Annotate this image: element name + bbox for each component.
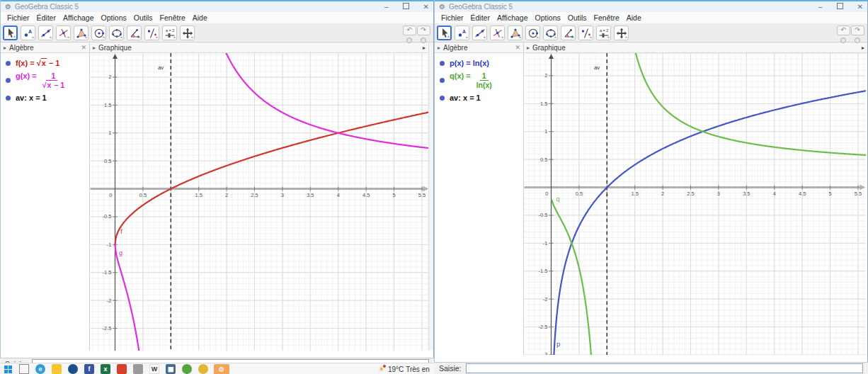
tool-move-graphics-view[interactable] [614, 26, 629, 40]
taskbar-app-excel-icon[interactable]: x [101, 364, 110, 374]
algebra-expression: g(x) = 1√x − 1 [16, 72, 68, 89]
toolbar-extra-icon[interactable] [840, 38, 846, 43]
redo-button[interactable]: ↷ [417, 26, 430, 35]
title-bar: ⚙GeoGebra Classic 5–✕ [435, 0, 867, 12]
toolbar-extra-icon[interactable] [855, 38, 860, 43]
menu-affichage[interactable]: Affichage [493, 13, 532, 22]
curve-label-q[interactable]: q [556, 196, 560, 203]
tool-reflect[interactable] [578, 26, 593, 40]
maximize-button[interactable] [837, 3, 843, 11]
visibility-marble[interactable] [6, 78, 11, 83]
tool-angle[interactable] [127, 26, 142, 40]
panel-collapse-icon[interactable]: ▸ [527, 45, 530, 51]
tool-move[interactable] [437, 26, 452, 40]
tool-slider[interactable]: a = 2 [596, 26, 611, 40]
taskbar-weather[interactable]: ☀ 19°C Très en [378, 363, 430, 374]
menu-options[interactable]: Options [532, 13, 564, 22]
minimize-button[interactable]: – [818, 4, 823, 11]
taskbar-app-app-yellow-icon[interactable] [198, 364, 208, 374]
stylebar-toggle-icon[interactable]: ▸ [862, 45, 864, 51]
visibility-marble[interactable] [440, 78, 445, 83]
y-tick-label: -3 [543, 351, 548, 355]
tool-line[interactable] [38, 26, 53, 40]
taskbar-app-file-explorer-icon[interactable] [52, 364, 62, 374]
taskbar-app-word-icon[interactable]: W [149, 364, 159, 374]
taskbar-app-edge-icon[interactable]: e [35, 364, 45, 374]
tool-point[interactable]: A [21, 26, 35, 40]
tool-perpendicular-line[interactable] [490, 26, 505, 40]
stylebar-toggle-icon[interactable]: ▸ [423, 45, 426, 51]
curve-label-p[interactable]: p [556, 341, 560, 348]
algebra-item-q[interactable]: q(x) = 1ln(x) [435, 69, 523, 91]
tool-angle[interactable] [561, 26, 576, 40]
tool-move-graphics-view[interactable] [180, 26, 195, 40]
taskbar-app-task-view-icon[interactable] [19, 364, 29, 374]
curve-label-f[interactable]: f [120, 228, 122, 235]
algebra-close-icon[interactable]: ✕ [81, 44, 86, 51]
curve-f[interactable] [115, 113, 428, 245]
menu-options[interactable]: Options [98, 13, 130, 22]
tool-reflect[interactable] [144, 26, 159, 40]
close-button[interactable]: ✕ [857, 4, 863, 11]
tool-slider[interactable]: a = 2 [162, 26, 177, 40]
toolbar-extra-icon[interactable] [406, 38, 412, 43]
maximize-button[interactable] [403, 3, 409, 11]
undo-button[interactable]: ↶ [837, 26, 850, 35]
taskbar-app-facebook-icon[interactable]: f [84, 364, 94, 374]
visibility-marble[interactable] [6, 61, 11, 66]
menu-éditer[interactable]: Éditer [467, 13, 493, 22]
tool-circle-center-point[interactable] [525, 26, 540, 40]
redo-button[interactable]: ↷ [851, 26, 864, 35]
start-button-icon[interactable] [4, 365, 13, 374]
visibility-marble[interactable] [440, 61, 445, 66]
close-button[interactable]: ✕ [423, 4, 429, 11]
tool-circle-center-point[interactable] [91, 26, 106, 40]
tool-conic[interactable] [543, 26, 558, 40]
taskbar-app-app-red-icon[interactable] [117, 364, 127, 374]
algebra-item-av[interactable]: av: x = 1 [1, 91, 89, 104]
taskbar-app-printer-icon[interactable] [133, 364, 143, 374]
taskbar-app-app-green-icon[interactable] [182, 364, 192, 374]
algebra-item-g[interactable]: g(x) = 1√x − 1 [1, 69, 89, 91]
algebra-item-av[interactable]: av: x = 1 [435, 91, 523, 104]
y-tick-label: 2 [108, 74, 111, 80]
menu-fichier[interactable]: Fichier [438, 13, 467, 22]
tool-polygon[interactable] [508, 26, 522, 40]
menu-fichier[interactable]: Fichier [4, 13, 33, 22]
menu-aide[interactable]: Aide [189, 13, 211, 22]
algebra-close-icon[interactable]: ✕ [515, 44, 520, 51]
taskbar-app-geogebra-active-icon[interactable]: ⚙ [214, 364, 229, 374]
taskbar-app-app-blue-icon[interactable] [68, 364, 78, 374]
panel-collapse-icon[interactable]: ▸ [438, 45, 440, 51]
tool-point[interactable]: A [455, 26, 469, 40]
tool-perpendicular-line[interactable] [56, 26, 71, 40]
algebra-item-f[interactable]: f(x) = √x − 1 [1, 57, 89, 69]
tool-polygon[interactable] [74, 26, 88, 40]
menu-fenêtre[interactable]: Fenêtre [590, 13, 623, 22]
menu-fenêtre[interactable]: Fenêtre [156, 13, 189, 22]
menu-outils[interactable]: Outils [130, 13, 156, 22]
menu-éditer[interactable]: Éditer [33, 13, 59, 22]
graphics-view[interactable]: 0.511.522.533.544.555.521.510.5-0.5-1-1.… [90, 53, 429, 351]
tool-dropdown-arrow [571, 36, 574, 39]
undo-button[interactable]: ↶ [403, 26, 416, 35]
panel-area: ▸Algèbre✕f(x) = √x − 1g(x) = 1√x − 1av: … [1, 42, 433, 351]
panel-collapse-icon[interactable]: ▸ [4, 45, 6, 51]
minimize-button[interactable]: – [384, 4, 389, 11]
tool-line[interactable] [472, 26, 487, 40]
panel-collapse-icon[interactable]: ▸ [93, 45, 96, 51]
menu-affichage[interactable]: Affichage [59, 13, 98, 22]
toolbar-extra-icon[interactable] [421, 38, 426, 43]
menu-outils[interactable]: Outils [564, 13, 590, 22]
menu-aide[interactable]: Aide [623, 13, 645, 22]
tool-conic[interactable] [109, 26, 124, 40]
curve-p[interactable] [552, 91, 865, 355]
algebra-item-p[interactable]: p(x) = ln(x) [435, 57, 523, 69]
tool-move[interactable] [3, 26, 18, 40]
curve-label-g[interactable]: g [119, 249, 122, 256]
algebra-input-field[interactable] [466, 363, 863, 373]
visibility-marble[interactable] [440, 96, 445, 101]
taskbar-app-calculator-icon[interactable]: ▦ [166, 364, 176, 374]
visibility-marble[interactable] [6, 96, 11, 101]
graphics-view[interactable]: 0.511.522.533.544.555.521.510.5-0.5-1-1.… [524, 53, 866, 355]
